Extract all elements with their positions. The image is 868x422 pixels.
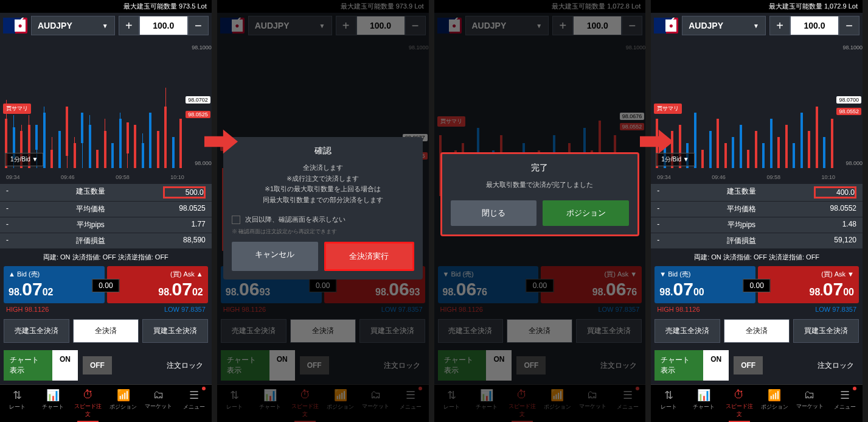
confirm-modal: 確認 全決済します ※成行注文で決済します ※1取引の最大取引数量を上回る場合は… xyxy=(223,137,423,280)
dont-show-checkbox[interactable]: 次回以降、確認画面を表示しない xyxy=(232,215,414,224)
position-button[interactable]: ポジション xyxy=(543,200,629,226)
close-buy-button[interactable]: 買建玉全決済 xyxy=(359,319,425,343)
chart-area[interactable]: 98.1000 98.0700 98.0552 買サマリ 98.000 1分/B… xyxy=(651,38,863,183)
qty-plus-button[interactable]: + xyxy=(336,16,356,35)
qty-minus-button[interactable]: − xyxy=(622,16,642,35)
bid-panel[interactable]: ▲ Bid (売) 98.0702 xyxy=(4,266,105,303)
header-row: AUDJPY▼ + − xyxy=(0,13,212,38)
close-sell-button[interactable]: 売建玉全決済 xyxy=(4,319,69,343)
close-all-button[interactable]: 全決済 xyxy=(724,319,790,343)
nav-position[interactable]: 📶ポジション xyxy=(323,385,358,422)
close-all-button[interactable]: 全決済 xyxy=(507,319,572,343)
modal-body: 全決済します ※成行注文で決済します ※1取引の最大取引数量を上回る場合は 同最… xyxy=(232,163,414,205)
close-buy-button[interactable]: 買建玉全決済 xyxy=(793,319,859,343)
nav-menu[interactable]: ☰メニュー xyxy=(394,385,429,422)
nav-menu[interactable]: ☰メニュー xyxy=(827,385,863,422)
nav-speed-order[interactable]: ⏱スピード注文 xyxy=(504,385,540,422)
modal-title: 完了 xyxy=(451,163,630,174)
nav-menu[interactable]: ☰メニュー xyxy=(176,385,212,422)
nav-speed-order[interactable]: ⏱スピード注文 xyxy=(71,385,106,422)
chevron-down-icon: ▼ xyxy=(102,23,108,29)
pair-select[interactable]: AUDJPY▼ xyxy=(465,16,549,35)
action-row: 売建玉全決済 全決済 買建玉全決済 xyxy=(0,315,212,346)
nav-market[interactable]: 🗂マーケット xyxy=(358,385,394,422)
menu-icon: ☰ xyxy=(178,389,210,402)
nav-chart[interactable]: 📊チャート xyxy=(686,385,721,422)
max-lot-bar: 最大建玉可能数量 1,072.8 Lot xyxy=(434,0,646,13)
cancel-button[interactable]: キャンセル xyxy=(232,242,318,271)
nav-rate[interactable]: ⇅レート xyxy=(217,385,252,422)
chart-display-toggle[interactable]: チャート表示ON xyxy=(4,350,78,381)
qty-input[interactable] xyxy=(139,16,188,35)
close-all-button[interactable]: 全決済 xyxy=(73,319,139,343)
nav-position[interactable]: 📶ポジション xyxy=(540,385,575,422)
execute-button[interactable]: 全決済実行 xyxy=(324,242,414,271)
close-buy-button[interactable]: 買建玉全決済 xyxy=(142,319,208,343)
modal-body: 最大取引数量で決済が完了しました xyxy=(451,180,630,191)
arrow-icon xyxy=(204,128,238,155)
price-panels: ▲ Bid (売) 98.0702 0.00 (買) Ask ▲ 98.0702 xyxy=(0,266,212,303)
currency-flags-icon xyxy=(654,18,678,33)
nav-chart[interactable]: 📊チャート xyxy=(35,385,71,422)
timeframe-select[interactable]: 1分/Bid ▼ xyxy=(5,153,43,166)
qty-minus-button[interactable]: − xyxy=(405,16,426,35)
axis-label: 98.000 xyxy=(195,160,212,166)
nav-chart[interactable]: 📊チャート xyxy=(469,385,504,422)
ask-panel[interactable]: (買) Ask ▼98.0676 xyxy=(541,266,642,303)
qty-plus-button[interactable]: + xyxy=(552,16,573,35)
qty-minus-button[interactable]: − xyxy=(839,16,859,35)
qty-input[interactable] xyxy=(790,16,839,35)
spread-value: 0.00 xyxy=(92,279,119,292)
max-lot-bar: 最大建玉可能数量 973.9 Lot xyxy=(217,0,429,13)
qty-input[interactable] xyxy=(356,16,405,35)
nav-position[interactable]: 📶ポジション xyxy=(106,385,141,422)
ask-panel[interactable]: (買) Ask ▲ 98.0702 xyxy=(107,266,208,303)
qty-minus-button[interactable]: − xyxy=(188,16,209,35)
pair-select[interactable]: AUDJPY▼ xyxy=(682,16,766,35)
info-row-pl: -評価損益59,120 xyxy=(651,233,863,248)
ask-panel[interactable]: (買) Ask ▼98.0700 xyxy=(758,266,859,303)
checkbox-icon[interactable] xyxy=(232,216,240,224)
bid-panel[interactable]: ▼ Bid (売)98.0700 xyxy=(654,266,755,303)
candlesticks xyxy=(3,44,184,168)
qty-plus-button[interactable]: + xyxy=(769,16,790,35)
nav-rate[interactable]: ⇅レート xyxy=(651,385,686,422)
lock-label: 注文ロック xyxy=(162,360,208,371)
nav-market[interactable]: 🗂マーケット xyxy=(141,385,176,422)
info-row-avg-pips: -平均pips1.77 xyxy=(0,217,212,233)
bid-panel[interactable]: ▼ Bid (売)98.0676 xyxy=(438,266,539,303)
close-buy-button[interactable]: 買建玉全決済 xyxy=(576,319,642,343)
modal-title: 確認 xyxy=(232,146,414,156)
price-tag-position: 98.0525 xyxy=(186,111,210,118)
close-sell-button[interactable]: 売建玉全決済 xyxy=(654,319,720,343)
nav-speed-order[interactable]: ⏱スピード注文 xyxy=(288,385,323,422)
order-lock-toggle[interactable]: OFF xyxy=(83,356,157,375)
speed-icon: ⏱ xyxy=(72,389,105,401)
nav-position[interactable]: 📶ポジション xyxy=(757,385,792,422)
price-tag-current: 98.0702 xyxy=(186,96,210,104)
nav-speed-order[interactable]: ⏱スピード注文 xyxy=(721,385,757,422)
axis-label: 98.1000 xyxy=(192,44,212,51)
nav-chart[interactable]: 📊チャート xyxy=(252,385,288,422)
modal-note: ※ 確認画面は注文設定から再設定できます xyxy=(232,228,414,236)
close-all-button[interactable]: 全決済 xyxy=(290,319,356,343)
max-lot-bar: 最大建玉可能数量 973.5 Lot xyxy=(0,0,212,13)
nav-menu[interactable]: ☰メニュー xyxy=(610,385,645,422)
nav-bar: ⇅レート 📊チャート ⏱スピード注文 📶ポジション 🗂マーケット ☰メニュー xyxy=(0,384,212,422)
close-button[interactable]: 閉じる xyxy=(451,200,537,226)
notification-dot-icon xyxy=(202,387,206,390)
chart-display-toggle[interactable]: チャート表示ON xyxy=(654,350,729,381)
nav-rate[interactable]: ⇅レート xyxy=(0,385,35,422)
nav-market[interactable]: 🗂マーケット xyxy=(575,385,610,422)
close-sell-button[interactable]: 売建玉全決済 xyxy=(221,319,286,343)
pair-select[interactable]: AUDJPY▼ xyxy=(248,16,332,35)
order-lock-toggle[interactable]: OFF xyxy=(734,356,808,375)
nav-market[interactable]: 🗂マーケット xyxy=(792,385,827,422)
nav-rate[interactable]: ⇅レート xyxy=(434,385,470,422)
screen-1: 最大建玉可能数量 973.5 Lot AUDJPY▼ + − 98.1000 9… xyxy=(0,0,212,422)
pair-select[interactable]: AUDJPY▼ xyxy=(31,16,115,35)
close-sell-button[interactable]: 売建玉全決済 xyxy=(438,319,504,343)
chart-area[interactable]: 98.1000 98.0702 98.0525 買サマリ 98.000 xyxy=(0,38,212,183)
qty-plus-button[interactable]: + xyxy=(119,16,139,35)
qty-input[interactable] xyxy=(573,16,622,35)
